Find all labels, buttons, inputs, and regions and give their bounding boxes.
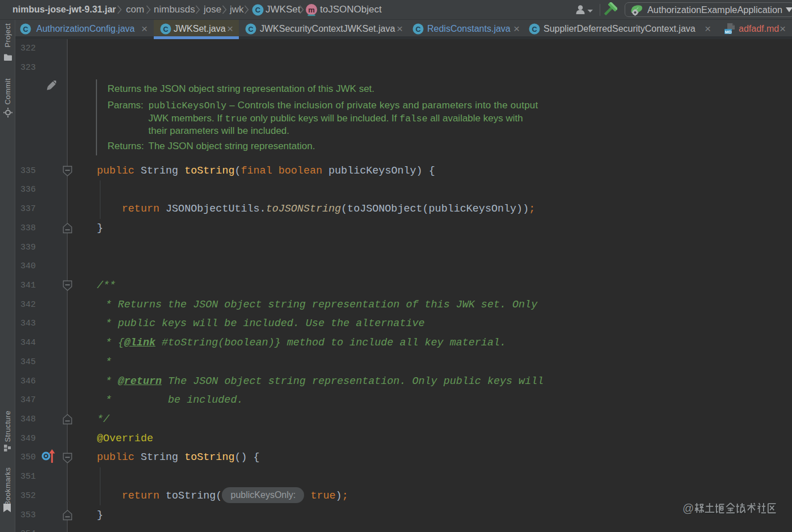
svg-text:MD: MD [725, 29, 732, 35]
svg-text:C: C [248, 26, 253, 33]
svg-text:C: C [532, 26, 537, 33]
svg-text:C: C [255, 6, 261, 14]
svg-text:C: C [415, 26, 420, 33]
svg-text:C: C [163, 26, 168, 33]
svg-text:C: C [23, 26, 28, 33]
svg-text:m: m [308, 6, 315, 14]
svg-text:@: @ [683, 503, 694, 514]
